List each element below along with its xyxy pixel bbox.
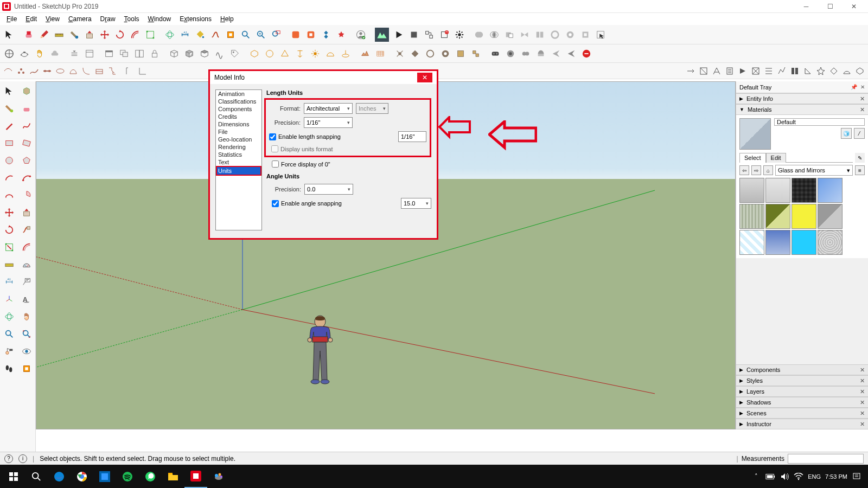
material-swatch[interactable] [765,204,790,229]
panel-layers[interactable]: ▶Layers✕ [736,386,868,397]
material-swatch[interactable] [739,204,764,229]
menu-view[interactable]: View [41,14,64,24]
tb-solid-sub[interactable] [502,28,516,42]
tb2-o2[interactable] [263,47,277,61]
tb-pushpull[interactable] [82,28,97,42]
taskbar-lang[interactable]: ENG [808,473,821,480]
dlg-item-animation[interactable]: Animation [216,90,261,98]
tb3-3[interactable] [28,65,40,77]
dlg-item-geolocation[interactable]: Geo-location [216,136,261,143]
menu-window[interactable]: Window [144,14,176,24]
tb-ext-mgr[interactable] [334,28,348,42]
materials-eyedropper-icon[interactable]: ✎ [855,153,865,163]
dlg-item-credits[interactable]: Credits [216,113,261,120]
tb3-r13[interactable] [841,65,853,77]
tb-stop[interactable] [407,28,421,42]
task-app-blue[interactable] [93,465,116,488]
tb2-d1[interactable] [393,47,407,61]
tb-ew[interactable] [319,28,333,42]
tb3-r14[interactable] [854,65,866,77]
close-button[interactable]: ✕ [842,0,866,13]
panel-close-icon[interactable]: ✕ [860,421,865,428]
tb2-o5[interactable] [308,47,322,61]
lt-axes[interactable] [2,292,17,307]
lt-rect[interactable] [2,136,17,151]
tb3-r8[interactable] [776,65,788,77]
measurements-input[interactable] [788,454,864,464]
tb-solid-x1[interactable] [563,28,577,42]
material-swatch[interactable] [792,230,816,255]
tb3-7[interactable] [80,65,92,77]
material-swatch[interactable] [765,178,790,203]
tb2-tag[interactable] [228,47,242,61]
tb-zoom[interactable] [254,28,268,42]
panel-close-icon[interactable]: ✕ [860,388,865,395]
tb2-d3[interactable] [423,47,437,61]
tb-solid-x2[interactable] [578,28,592,42]
menu-extensions[interactable]: Extensions [175,14,216,24]
tb3-8[interactable] [93,65,105,77]
lt-look[interactable] [19,344,34,359]
menu-camera[interactable]: Camera [64,14,96,24]
lt-paint[interactable] [2,101,17,116]
dialog-titlebar[interactable]: Model Info ✕ [210,71,437,84]
lt-pie[interactable] [19,188,34,203]
task-chrome[interactable] [71,465,93,488]
tb2-hand[interactable] [33,47,47,61]
tb3-r3[interactable] [711,65,723,77]
dlg-item-rendering[interactable]: Rendering [216,143,261,151]
tb3-r2[interactable] [698,65,710,77]
tb2-o3[interactable] [278,47,292,61]
task-spotify[interactable] [116,465,139,488]
lt-eraser[interactable] [19,101,34,116]
menu-tools[interactable]: Tools [120,14,144,24]
material-preview-swatch[interactable] [739,118,771,150]
lt-freehand[interactable] [19,118,34,133]
dlg-item-statistics[interactable]: Statistics [216,151,261,158]
tb-solid-split[interactable] [533,28,547,42]
tb3-6[interactable] [67,65,79,77]
lt-zoom[interactable] [2,326,17,342]
tb3-1[interactable] [2,65,14,77]
lt-offset2[interactable] [19,240,34,255]
dialog-close-button[interactable]: ✕ [417,73,432,82]
tb3-r6[interactable] [750,65,762,77]
task-edge[interactable] [48,465,71,488]
dlg-item-classifications[interactable]: Classifications [216,98,261,105]
tb3-2[interactable] [15,65,27,77]
tb-offset[interactable] [128,28,142,42]
material-swatch[interactable] [792,204,816,229]
enable-length-snap-checkbox[interactable]: Enable length snapping [269,133,341,140]
length-snap-value-input[interactable]: 1/16" [398,131,426,142]
task-sketchup[interactable] [184,465,207,488]
dlg-item-dimensions[interactable]: Dimensions [216,120,261,128]
lt-move[interactable] [2,205,17,220]
lt-dim[interactable]: A1 [2,274,17,290]
tb-sync[interactable] [422,28,436,42]
tb-select[interactable] [2,28,16,42]
tb2-downstack[interactable] [67,47,81,61]
material-swatch[interactable] [818,204,843,229]
tb-dimension[interactable]: A1 [178,28,192,42]
tb3-r10[interactable] [802,65,814,77]
tb-select-cursor[interactable] [593,28,608,42]
tb-tape[interactable] [52,28,66,42]
material-eyedrop-icon[interactable]: ⁄ [854,128,865,139]
tray-chevron-icon[interactable]: ˄ [751,472,761,481]
task-explorer[interactable] [162,465,184,488]
tb2-cloud[interactable] [48,47,62,61]
lt-rotate2[interactable] [2,222,17,237]
tb2-send2[interactable] [564,47,578,61]
tb2-o7[interactable] [339,47,353,61]
material-name-input[interactable] [774,118,865,126]
force-zero-checkbox[interactable]: Force display of 0" [272,160,431,168]
maximize-button[interactable]: ☐ [818,0,842,13]
panel-close-icon[interactable]: ✕ [860,95,865,102]
dlg-item-text[interactable]: Text [216,158,261,166]
precision-dropdown[interactable]: 1/16"▾ [304,117,353,128]
lt-scale2[interactable] [2,240,17,255]
volume-icon[interactable] [780,472,789,481]
material-create-icon[interactable]: 🧊 [841,128,852,139]
help-icon[interactable]: ? [4,454,13,463]
lt-zoomext[interactable] [19,326,34,342]
